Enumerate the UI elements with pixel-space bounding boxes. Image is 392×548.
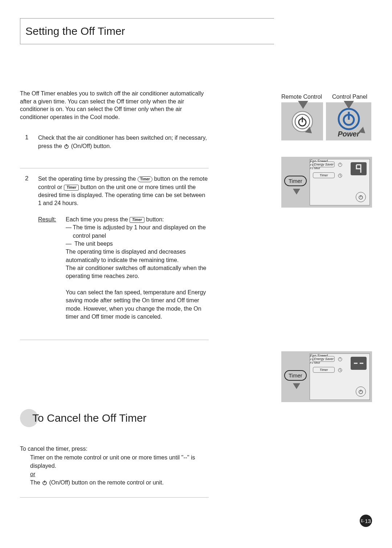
timer-button-rect-icon: Timer: [130, 217, 144, 223]
power-icon: [356, 387, 366, 397]
timer-button-icon: Timer: [138, 176, 152, 182]
cancel-line-1: Timer on the remote control or unit one …: [20, 453, 209, 470]
pointer-icon: [298, 101, 308, 109]
result-bullet-2: The unit beeps: [74, 240, 113, 248]
section-2-title: To Cancel the Off Timer: [32, 412, 147, 424]
timer-button: Timer: [313, 367, 335, 373]
cancel-line-2-pre: The: [30, 479, 42, 486]
display-screen: [351, 357, 367, 370]
power-icon: [64, 143, 69, 151]
dash-icon: —: [66, 240, 74, 248]
step-1-text-post: (On/Off) button.: [71, 143, 111, 149]
divider: [20, 497, 209, 498]
dash-icon: —: [66, 224, 73, 240]
page-number: E-13: [360, 515, 372, 527]
label-control-panel: Control Panel: [332, 94, 367, 100]
divider: [20, 340, 209, 340]
result-lead: Each time you press the: [66, 216, 130, 222]
intro-paragraph: The Off Timer enables you to switch off …: [20, 90, 209, 121]
power-button-icon: [336, 107, 361, 131]
result-after-2: The air conditioner switches off automat…: [66, 264, 209, 281]
power-icon: [42, 479, 48, 488]
control-panel-illustration: Energy Saver Timer Fan Speed F1 LowF2 Me…: [310, 353, 370, 400]
divider: [20, 168, 209, 168]
cancel-or: or: [20, 470, 209, 478]
pointer-icon: [293, 383, 300, 389]
cancel-lead: To cancel the timer, press:: [20, 445, 209, 453]
display-screen: [351, 162, 367, 175]
section-title-block: Setting the Off Timer: [20, 18, 274, 44]
section-title: Setting the Off Timer: [25, 25, 274, 37]
step-number: 1: [20, 134, 38, 151]
timer-pill-icon: Timer: [284, 370, 307, 381]
pointer-icon: [344, 101, 354, 109]
step-2-text-a: Set the operating time by pressing the: [38, 176, 138, 182]
panel-small-icons: [338, 162, 343, 179]
step-number: 2: [20, 175, 38, 321]
svg-line-15: [340, 176, 341, 176]
result-label: Result:: [38, 216, 66, 281]
timer-button-rect-icon: Timer: [64, 185, 79, 191]
timer-button: Timer: [313, 172, 335, 178]
label-remote-control: Remote Control: [281, 94, 325, 100]
figure-power-buttons: Remote Control Control Panel: [281, 94, 372, 140]
pointer-icon: [293, 189, 300, 195]
cancel-line-2-post: (On/Off) button on the remote control or…: [49, 479, 163, 486]
power-label: Power: [338, 130, 359, 138]
panel-small-icons: [338, 357, 343, 373]
power-icon: [356, 192, 366, 202]
result-bullet-1: The time is adjusted by 1 hour and displ…: [73, 224, 209, 240]
control-panel-illustration: Energy Saver Timer Fan Speed F1 LowF2 Me…: [310, 159, 370, 205]
energy-saver-button: Energy Saver: [313, 356, 335, 362]
figure-timer-panel: Timer Energy Saver Timer Fan Speed F1 Lo…: [281, 157, 372, 208]
section-2-header: To Cancel the Off Timer: [20, 409, 372, 427]
energy-saver-button: Energy Saver: [313, 161, 335, 167]
timer-pill-icon: Timer: [284, 176, 307, 186]
result-after-1: The operating time is displayed and decr…: [66, 248, 209, 264]
result-tail: button:: [146, 216, 164, 222]
figure-cancel-panel: Timer Energy Saver Timer Fan Speed F1 Lo…: [281, 351, 372, 402]
svg-line-22: [340, 370, 341, 371]
step-2-note: You can select the fan speed, temperatur…: [38, 289, 209, 321]
